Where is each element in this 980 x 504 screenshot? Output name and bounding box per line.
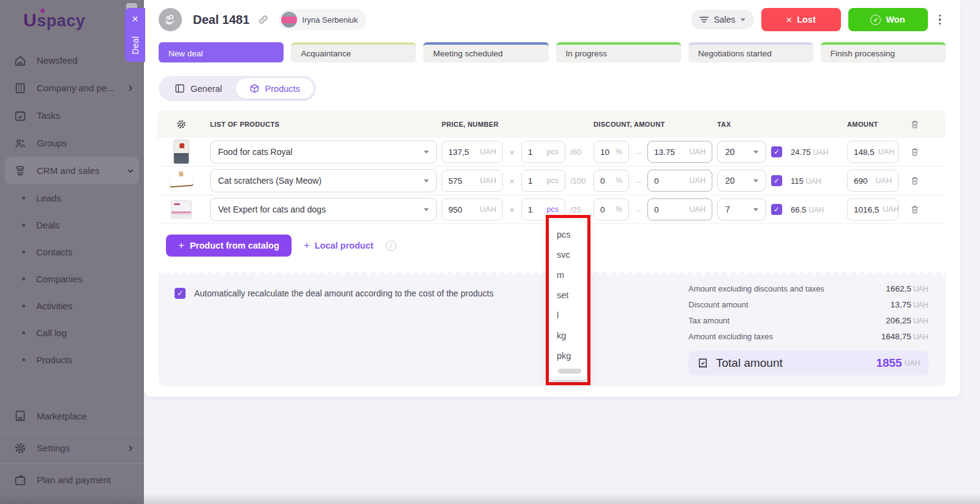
page-title: Deal 1481 — [193, 13, 249, 27]
total-value: 1855 — [876, 356, 902, 370]
stage-finish-processing[interactable]: Finish processing — [821, 42, 946, 62]
info-icon[interactable]: i — [386, 241, 396, 251]
currency-label: UAH — [690, 205, 706, 214]
owner-chip[interactable]: Iryna Serbeniuk — [279, 9, 366, 30]
sidebar-item-settings[interactable]: Settings — [0, 432, 144, 464]
stage-acquaintance[interactable]: Acquaintance — [291, 42, 416, 62]
uspacy-logo[interactable]: Uspacy — [0, 0, 144, 31]
amount-input[interactable]: 1016,5UAH — [847, 198, 899, 220]
store-icon — [13, 409, 27, 423]
sidebar-item-label: Tasks — [37, 110, 134, 121]
discount-percent-input[interactable]: 0% — [594, 198, 629, 220]
sidebar-item-contacts[interactable]: Contacts — [0, 238, 144, 265]
amount-value: 1016,5 — [854, 205, 879, 214]
price-input[interactable]: 575UAH — [442, 170, 503, 192]
sidebar-item-plan-payment[interactable]: Plan and payment — [0, 464, 144, 495]
discount-amt-value: 0 — [654, 205, 659, 214]
tax-select[interactable]: 7 — [717, 198, 766, 220]
column-settings-gear-icon[interactable] — [176, 119, 187, 130]
sidebar-item-crm[interactable]: CRM and sales — [5, 157, 139, 184]
sidebar-item-deals[interactable]: Deals — [0, 211, 144, 238]
discount-amount-input[interactable]: 0UAH — [647, 198, 712, 220]
discount-amount-input[interactable]: 13.75UAH — [647, 141, 712, 163]
delete-row-trash-icon[interactable] — [910, 175, 920, 186]
quantity-input[interactable]: 1pcs — [521, 141, 565, 163]
price-input[interactable]: 137,5UAH — [442, 141, 503, 163]
lost-button[interactable]: × Lost — [761, 8, 841, 31]
stage-new-deal[interactable]: New deal — [159, 42, 284, 62]
discount-pct-value: 0 — [600, 176, 605, 186]
unit-option-set[interactable]: set — [557, 285, 587, 305]
amount-input[interactable]: 690UAH — [847, 170, 899, 192]
discount-percent-input[interactable]: 0% — [594, 170, 629, 192]
sidebar-item-companies[interactable]: Companies — [0, 265, 144, 292]
delete-row-trash-icon[interactable] — [910, 204, 920, 215]
unit-option-pcs[interactable]: pcs — [557, 224, 587, 244]
sidebar-item-newsfeed[interactable]: Newsfeed — [0, 47, 144, 74]
bullet-icon — [22, 197, 25, 200]
sidebar-item-marketplace[interactable]: Marketplace — [0, 400, 144, 432]
sidebar-item-leads[interactable]: Leads — [0, 184, 144, 211]
more-menu-icon[interactable] — [935, 11, 945, 29]
unit-option-m[interactable]: m — [557, 265, 587, 285]
currency-label: UAH — [905, 359, 920, 367]
unit-select[interactable]: pcs — [547, 176, 559, 185]
tax-select[interactable]: 20 — [717, 141, 766, 163]
unit-option-l[interactable]: l — [557, 305, 587, 325]
stage-meeting-scheduled[interactable]: Meeting scheduled — [423, 42, 548, 62]
unit-option-pkg[interactable]: pkg — [557, 345, 587, 366]
stage-in-progress[interactable]: In progress — [556, 42, 681, 62]
filter-icon — [699, 16, 709, 23]
sidebar-item-groups[interactable]: Groups — [0, 129, 144, 157]
unit-select-open[interactable]: pcs — [547, 205, 559, 214]
funnel-select[interactable]: Sales — [691, 10, 753, 29]
plus-icon: + — [304, 239, 310, 252]
currency-label: UAH — [913, 333, 929, 341]
deal-side-tab[interactable]: × Deal — [125, 8, 145, 62]
unit-option-kg[interactable]: kg — [557, 325, 587, 345]
sidebar-item-company[interactable]: Company and pe... — [0, 74, 144, 102]
currency-label: UAH — [480, 176, 496, 185]
logo-dot — [40, 9, 45, 13]
calendar-icon — [13, 109, 27, 122]
discount-percent-input[interactable]: 10% — [594, 141, 629, 163]
discount-amount-input[interactable]: 0UAH — [647, 170, 712, 192]
avatar — [281, 12, 297, 28]
tax-included-checkbox[interactable]: ✓ — [771, 146, 782, 157]
product-select[interactable]: Cat scratchers (Say Meow) — [210, 169, 437, 192]
close-icon[interactable]: × — [132, 13, 138, 24]
tax-included-checkbox[interactable]: ✓ — [771, 204, 782, 215]
tab-products[interactable]: Products — [236, 78, 314, 99]
tax-amt-value: 115 — [791, 176, 804, 186]
amount-input[interactable]: 148,5UAH — [847, 141, 899, 163]
sidebar-item-activities[interactable]: Activities — [0, 292, 144, 319]
sidebar-item-products[interactable]: Products — [0, 346, 144, 373]
link-icon[interactable] — [258, 14, 269, 25]
dropdown-scrollbar[interactable] — [558, 369, 581, 374]
local-product-button[interactable]: + Local product — [304, 239, 374, 252]
tax-select[interactable]: 20 — [717, 170, 766, 192]
delete-row-trash-icon[interactable] — [910, 146, 920, 157]
quantity-input[interactable]: 1pcs — [521, 170, 565, 192]
tax-amt-value: 24.75 — [791, 148, 811, 157]
sidebar-subitem-label: Companies — [36, 274, 83, 284]
currency-label: UAH — [883, 205, 899, 214]
sidebar-item-tasks[interactable]: Tasks — [0, 102, 144, 129]
owner-name: Iryna Serbeniuk — [302, 15, 358, 24]
delete-all-trash-icon[interactable] — [910, 119, 920, 130]
bottom-shadow — [0, 493, 980, 504]
product-select[interactable]: Vet Expert for cats and dogs — [210, 198, 437, 221]
product-from-catalog-button[interactable]: + Product from catalog — [166, 235, 292, 257]
product-select[interactable]: Food for cats Royal — [210, 140, 437, 164]
unit-select[interactable]: pcs — [547, 148, 559, 156]
won-button[interactable]: ✓ Won — [848, 8, 928, 31]
stage-negotiations-started[interactable]: Negotiations started — [688, 42, 813, 62]
tab-general[interactable]: General — [161, 78, 236, 99]
tax-included-checkbox[interactable]: ✓ — [771, 175, 782, 186]
recalc-checkbox[interactable]: ✓ — [175, 288, 186, 299]
unit-option-svc[interactable]: svc — [557, 244, 587, 265]
recalc-label: Automatically recalculate the deal amoun… — [194, 288, 494, 298]
price-input[interactable]: 950UAH — [442, 198, 503, 220]
sidebar-item-call-log[interactable]: Call log — [0, 319, 144, 346]
sidebar-subitem-label: Activities — [36, 301, 72, 311]
